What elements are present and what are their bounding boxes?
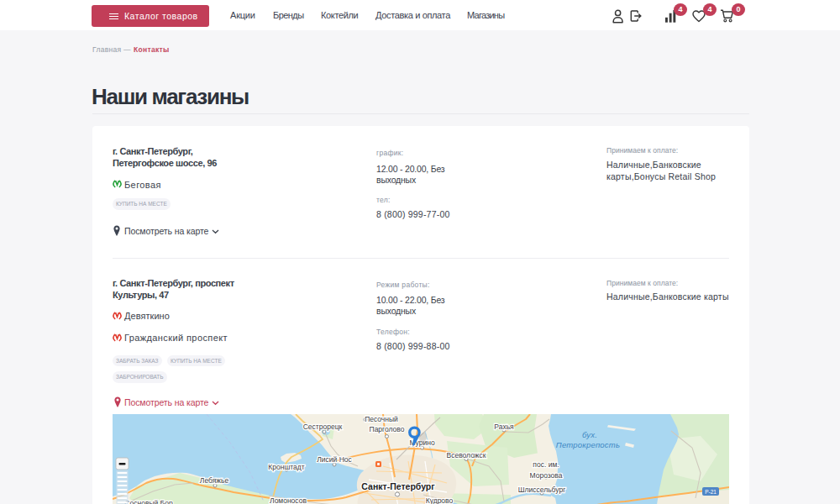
svg-text:Петрокрепость: Петрокрепость xyxy=(556,440,620,449)
svg-text:Рахья: Рахья xyxy=(494,423,514,431)
svg-text:Лебяжье: Лебяжье xyxy=(200,476,229,485)
svg-text:Сестрорецк: Сестрорецк xyxy=(303,423,343,431)
svg-text:Лисий Нос: Лисий Нос xyxy=(317,455,352,464)
svg-text:Ломоносов: Ломоносов xyxy=(270,496,307,504)
svg-text:Сосновый Бор: Сосновый Бор xyxy=(124,499,173,504)
svg-text:Кронштадт: Кронштадт xyxy=(268,463,304,471)
svg-text:Санкт-Петербург: Санкт-Петербург xyxy=(361,481,435,491)
svg-text:Шлиссельбург: Шлиссельбург xyxy=(518,486,566,494)
svg-text:Кудрово: Кудрово xyxy=(426,496,454,504)
svg-text:Песочный: Песочный xyxy=(365,415,398,423)
svg-text:Морозова: Морозова xyxy=(530,471,563,480)
svg-text:бух.: бух. xyxy=(582,430,597,439)
svg-text:Парголово: Парголово xyxy=(370,425,405,433)
svg-text:Всеволожск: Всеволожск xyxy=(447,451,486,459)
svg-text:пос. им.: пос. им. xyxy=(533,460,559,469)
svg-text:Р-21: Р-21 xyxy=(705,489,717,495)
